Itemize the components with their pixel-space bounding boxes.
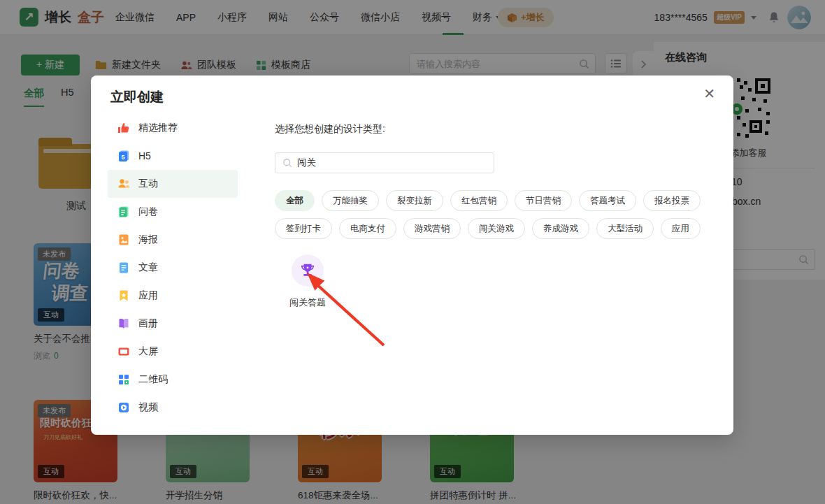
- album-book-icon: [117, 317, 130, 330]
- modal-sidebar-item-article[interactable]: 文章: [108, 254, 238, 282]
- filter-chip[interactable]: 红包营销: [450, 190, 508, 211]
- filter-chip[interactable]: 闯关游戏: [468, 218, 525, 239]
- sidebar-item-label: 视频: [138, 401, 158, 414]
- people-icon: [117, 178, 130, 190]
- modal-content: 选择您想创建的设计类型: 全部 万能抽奖 裂变拉新 红包营销 节日营销 答题考试…: [275, 123, 722, 309]
- modal-sidebar-item-survey[interactable]: 问卷: [108, 198, 238, 226]
- article-doc-icon: [117, 261, 130, 274]
- type-search-input[interactable]: [297, 158, 487, 168]
- sidebar-item-label: 大屏: [138, 345, 158, 358]
- filter-chip[interactable]: 养成游戏: [532, 218, 589, 239]
- svg-text:5: 5: [121, 154, 124, 161]
- filter-chip[interactable]: 应用: [661, 218, 701, 239]
- h5-icon: 5: [117, 150, 130, 162]
- sidebar-item-label: 应用: [138, 289, 158, 302]
- search-icon: [282, 158, 292, 168]
- sidebar-item-label: 画册: [138, 317, 158, 330]
- screen-icon: [117, 345, 130, 358]
- modal-sidebar: 精选推荐 5 H5 互动 问卷: [108, 114, 238, 422]
- modal-sidebar-item-bigscreen[interactable]: 大屏: [108, 338, 238, 366]
- filter-chip-row: 全部 万能抽奖 裂变拉新 红包营销 节日营销 答题考试 报名投票: [275, 190, 722, 211]
- filter-chip[interactable]: 报名投票: [643, 190, 701, 211]
- result-item-label: 闯关答题: [289, 296, 326, 309]
- bookmark-star-icon: [117, 289, 130, 302]
- sidebar-item-label: 文章: [138, 261, 158, 274]
- qr-code-icon: [117, 373, 130, 386]
- sidebar-item-label: 二维码: [138, 373, 168, 386]
- filter-chip[interactable]: 万能抽奖: [322, 190, 379, 211]
- sidebar-item-label: H5: [138, 150, 151, 161]
- type-search: [275, 152, 494, 173]
- sidebar-item-label: 问卷: [138, 206, 158, 218]
- sidebar-item-label: 互动: [138, 178, 158, 190]
- design-type-prompt: 选择您想创建的设计类型:: [275, 123, 722, 136]
- create-modal: 立即创建 ✕ 精选推荐 5 H5 互动: [91, 75, 733, 435]
- filter-chip[interactable]: 节日营销: [515, 190, 572, 211]
- filter-chip[interactable]: 答题考试: [579, 190, 636, 211]
- filter-chip[interactable]: 电商支付: [339, 218, 396, 239]
- filter-chip[interactable]: 游戏营销: [403, 218, 461, 239]
- filter-chip-all[interactable]: 全部: [275, 190, 315, 211]
- close-icon[interactable]: ✕: [703, 87, 715, 101]
- modal-sidebar-item-h5[interactable]: 5 H5: [108, 142, 238, 170]
- result-item-quiz-challenge[interactable]: 闯关答题: [287, 254, 329, 309]
- modal-sidebar-item-qrcode[interactable]: 二维码: [108, 366, 238, 394]
- filter-chip[interactable]: 大型活动: [596, 218, 654, 239]
- filter-chip[interactable]: 裂变拉新: [386, 190, 443, 211]
- survey-doc-icon: [117, 206, 130, 218]
- modal-sidebar-item-album[interactable]: 画册: [108, 310, 238, 338]
- modal-sidebar-item-app[interactable]: 应用: [108, 282, 238, 310]
- video-play-icon: [117, 401, 130, 414]
- filter-chip[interactable]: 签到打卡: [275, 218, 332, 239]
- modal-sidebar-item-featured[interactable]: 精选推荐: [108, 114, 238, 142]
- screen: ↗ 增长 盒子 企业微信 APP 小程序 网站 公众号 微信小店 视频号 财务: [0, 0, 825, 504]
- sidebar-item-label: 海报: [138, 233, 158, 246]
- sidebar-item-label: 精选推荐: [138, 122, 178, 134]
- modal-title: 立即创建: [110, 88, 164, 106]
- modal-sidebar-item-interactive[interactable]: 互动: [108, 170, 238, 198]
- result-icon-circle: [292, 254, 324, 287]
- modal-sidebar-item-poster[interactable]: 海报: [108, 226, 238, 254]
- thumbs-up-icon: [117, 122, 130, 134]
- trophy-icon: [300, 263, 315, 278]
- modal-sidebar-item-video[interactable]: 视频: [108, 394, 238, 422]
- filter-chip-row: 签到打卡 电商支付 游戏营销 闯关游戏 养成游戏 大型活动 应用: [275, 218, 722, 239]
- poster-image-icon: [117, 233, 130, 246]
